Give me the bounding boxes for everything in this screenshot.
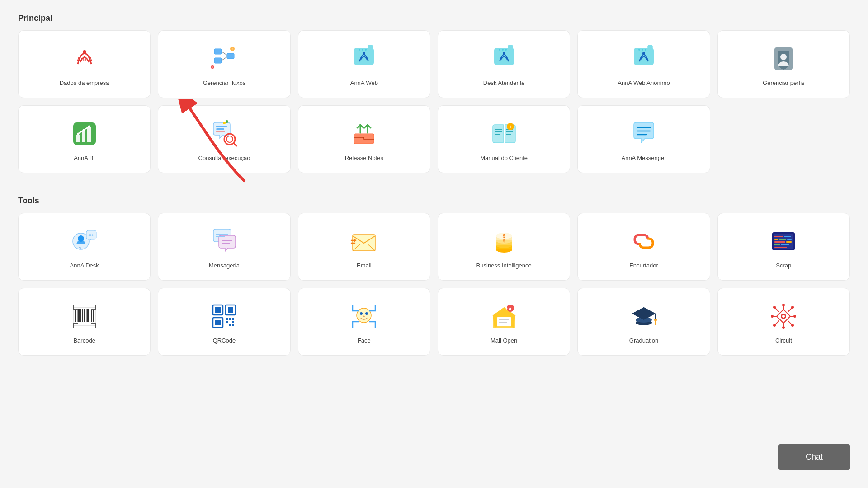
manage-profiles-icon: [769, 44, 798, 73]
svg-point-17: [370, 47, 371, 47]
svg-rect-91: [774, 236, 783, 237]
card-gerenciar-perfis[interactable]: Gerenciar perfis: [717, 30, 850, 98]
svg-rect-120: [229, 318, 231, 320]
card-label: Circuit: [775, 337, 792, 345]
svg-rect-109: [87, 309, 89, 322]
card-label: Gerenciar fluxos: [203, 80, 246, 87]
svg-point-32: [649, 47, 650, 47]
anna-logo-icon: AnnA: [70, 44, 99, 73]
anna-desk-icon: ?: [70, 227, 99, 256]
card-mail-open[interactable]: Mail Open: [438, 288, 570, 356]
svg-rect-43: [216, 126, 227, 127]
card-label: Consultar execução: [198, 155, 250, 162]
svg-line-48: [234, 143, 236, 146]
svg-point-26: [511, 47, 512, 47]
svg-rect-93: [774, 239, 778, 240]
svg-point-42: [88, 125, 90, 127]
svg-point-12: [362, 49, 363, 51]
card-label: Mail Open: [491, 337, 517, 345]
card-qrcode[interactable]: QRCode: [158, 288, 290, 356]
card-anna-web[interactable]: AnnA Web: [298, 30, 430, 98]
svg-point-40: [77, 132, 79, 135]
svg-point-16: [369, 47, 370, 47]
card-label: QRCode: [213, 337, 236, 345]
release-notes-icon: [349, 119, 378, 148]
card-consultar-execucao[interactable]: Consultar execução: [158, 105, 290, 173]
svg-rect-104: [78, 309, 80, 322]
svg-rect-2: [214, 49, 222, 54]
svg-text:×: ×: [212, 66, 213, 69]
mensageria-icon: [210, 227, 239, 256]
card-anna-bi[interactable]: AnnA BI: [18, 105, 151, 173]
card-circuit[interactable]: Circuit: [717, 288, 850, 356]
card-label: AnnA Web: [350, 80, 378, 87]
svg-text:i: i: [509, 124, 511, 129]
svg-point-126: [357, 308, 371, 323]
card-label: AnnA BI: [74, 155, 95, 162]
tools-title: Tools: [18, 196, 850, 206]
chat-button[interactable]: Chat: [778, 444, 850, 470]
card-label: Mensageria: [209, 262, 240, 270]
tools-grid: ? AnnA Desk Mensageria: [18, 213, 850, 356]
card-label: AnnA Desk: [70, 262, 99, 270]
card-mensageria[interactable]: Mensageria: [158, 213, 290, 281]
card-email[interactable]: Email: [298, 213, 430, 281]
card-business-intel[interactable]: $ $ Business Intelligence: [438, 213, 570, 281]
card-release-notes[interactable]: Release Notes: [298, 105, 430, 173]
card-encurtador[interactable]: Encurtador: [577, 213, 710, 281]
svg-point-147: [782, 304, 785, 306]
svg-point-21: [505, 49, 507, 51]
scrap-icon: [769, 227, 798, 256]
svg-text:$: $: [503, 239, 505, 243]
card-graduation[interactable]: Graduation: [577, 288, 710, 356]
card-scrap[interactable]: Scrap: [717, 213, 850, 281]
svg-point-146: [793, 315, 796, 318]
svg-rect-121: [232, 318, 234, 320]
card-dados-empresa[interactable]: AnnA Dados da empresa: [18, 30, 151, 98]
svg-point-145: [771, 315, 774, 318]
svg-point-33: [650, 47, 651, 47]
svg-point-19: [499, 49, 500, 51]
svg-point-150: [782, 315, 785, 318]
card-label: AnnA Web Anônimo: [618, 80, 670, 87]
tools-section: Tools ? AnnA Desk: [18, 196, 850, 356]
card-manual-cliente[interactable]: i Manual do Cliente: [438, 105, 570, 173]
barcode-icon: [70, 302, 99, 331]
svg-rect-110: [90, 309, 90, 322]
card-desk-atendente[interactable]: Desk Atendente: [438, 30, 570, 98]
card-label: Face: [358, 337, 371, 345]
card-anna-messenger[interactable]: AnnA Messenger: [577, 105, 710, 173]
card-gerenciar-fluxos[interactable]: ! × Gerenciar fluxos: [158, 30, 290, 98]
svg-rect-105: [80, 309, 81, 322]
svg-point-11: [359, 49, 360, 51]
svg-point-50: [226, 120, 228, 123]
svg-rect-125: [232, 324, 234, 326]
svg-point-20: [502, 49, 504, 51]
graduation-icon: [629, 302, 658, 331]
card-anna-desk[interactable]: ? AnnA Desk: [18, 213, 151, 281]
encurtador-icon: [629, 227, 658, 256]
principal-title: Principal: [18, 14, 850, 23]
svg-point-127: [360, 312, 363, 315]
svg-rect-106: [82, 309, 83, 322]
svg-point-13: [365, 49, 367, 51]
svg-rect-102: [75, 309, 76, 322]
qrcode-icon: [210, 302, 239, 331]
svg-point-41: [82, 129, 85, 131]
svg-point-47: [226, 136, 233, 142]
svg-line-5: [222, 52, 227, 55]
desk-atendente-icon: [490, 44, 519, 73]
svg-point-27: [638, 49, 640, 51]
svg-rect-96: [774, 241, 785, 243]
svg-rect-100: [774, 247, 787, 248]
svg-text:?: ?: [79, 246, 81, 250]
mail-open-icon: [490, 302, 519, 331]
card-anna-web-anonimo[interactable]: AnnA Web Anônimo: [577, 30, 710, 98]
principal-section: Principal AnnA Dados da empresa: [18, 14, 850, 187]
svg-rect-3: [214, 58, 222, 63]
card-barcode[interactable]: Barcode: [18, 288, 151, 356]
svg-rect-94: [779, 239, 786, 240]
card-label: Desk Atendente: [483, 80, 525, 87]
face-icon: [349, 302, 378, 331]
card-face[interactable]: Face: [298, 288, 430, 356]
